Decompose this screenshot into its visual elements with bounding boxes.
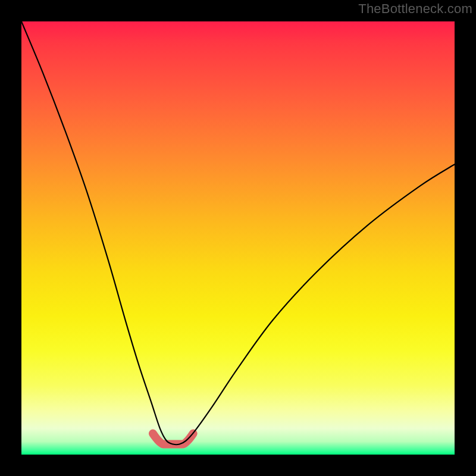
chart-frame (0, 0, 476, 476)
bottleneck-curve (21, 21, 455, 444)
watermark-text: TheBottleneck.com (358, 1, 472, 17)
valley-highlight (153, 434, 193, 444)
chart-svg (21, 21, 455, 455)
plot-area (21, 21, 455, 455)
